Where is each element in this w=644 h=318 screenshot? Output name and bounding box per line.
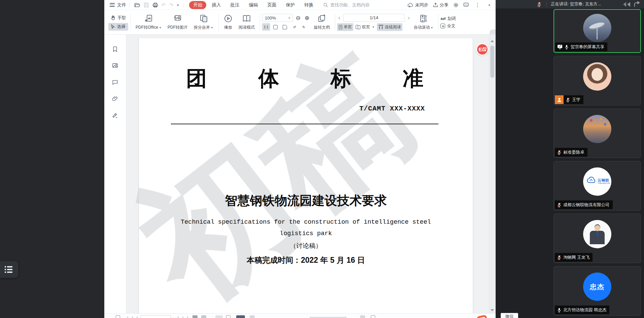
page-indicator-input[interactable]: 1/14 [343, 14, 405, 22]
continuous-read-button[interactable]: 连续阅读 [377, 23, 402, 31]
quick-access-more-icon[interactable]: ∨ [175, 3, 181, 7]
double-page-button[interactable]: 双页▼ [354, 23, 376, 31]
document-viewport[interactable]: 初稿 团体标准 T/CAMT XXX-XXXX 智慧钢铁物流园建设技术要求 Te… [126, 35, 489, 313]
menu-tab-转换[interactable]: 转换 [300, 1, 317, 9]
menu-tab-编辑[interactable]: 编辑 [245, 1, 262, 9]
previous-page-button[interactable]: ‹ [337, 15, 341, 21]
participant-label-row: 成都云钢联物流有限公司 [555, 200, 613, 209]
select-tool-button[interactable]: 选择 [108, 23, 128, 31]
comments-panel-button[interactable] [109, 76, 121, 88]
participant-tile[interactable]: 忠杰北方恒达物流园 韩忠杰 [553, 266, 641, 316]
status-icon[interactable] [201, 315, 206, 318]
bookmarks-panel-button[interactable] [109, 43, 121, 55]
scrollbar-thumb[interactable] [490, 45, 494, 78]
hand-tool-button[interactable]: 手型 [108, 14, 128, 22]
print-button[interactable] [151, 2, 160, 8]
share-button[interactable]: 分享 [433, 2, 449, 8]
cloud-sync-icon [407, 3, 414, 7]
file-menu-button[interactable]: 文件 [110, 2, 126, 8]
participant-name: 淘钢网 王龙飞 [563, 255, 589, 260]
draft-note: （讨论稿） [139, 242, 473, 250]
collapse-ribbon-icon[interactable]: ∧ [487, 3, 492, 7]
search-box[interactable]: 查找功能、文档内容 [323, 2, 369, 8]
next-page-button[interactable]: › [407, 15, 410, 21]
status-icon[interactable] [236, 315, 245, 318]
wps-pdf-floating-badge[interactable]: E [476, 43, 489, 56]
single-page-icon [339, 25, 342, 29]
participant-label-row: 北方恒达物流园 韩忠杰 [555, 306, 609, 314]
split-merge-button[interactable]: 拆分合并▼ [191, 12, 216, 33]
zoom-level-value: 100% [265, 15, 276, 21]
menu-tab-开始[interactable]: 开始 [189, 1, 206, 9]
rotate-document-icon [317, 14, 326, 23]
status-icon[interactable] [360, 315, 365, 318]
signature-panel-button[interactable] [109, 109, 121, 121]
book-icon [242, 14, 251, 23]
participant-tile[interactable]: 王宇 [553, 56, 641, 105]
menu-tabs: 开始插入批注编辑页面保护转换 [189, 1, 317, 9]
collapse-side-tab[interactable]: › [490, 30, 496, 35]
self-mic-muted-icon[interactable] [537, 2, 542, 7]
status-icon[interactable] [250, 315, 255, 318]
menu-tab-保护[interactable]: 保护 [282, 1, 299, 9]
hand-icon [111, 15, 115, 20]
menu-tab-页面[interactable]: 页面 [263, 1, 280, 9]
save-button[interactable] [142, 2, 151, 8]
standard-header: 团体标准 [186, 64, 424, 93]
scroll-down-icon[interactable] [491, 309, 494, 311]
read-mode-button[interactable]: 阅读模式 [236, 12, 258, 33]
status-page-icon[interactable] [116, 315, 120, 318]
pdf-page[interactable]: 初稿 团体标准 T/CAMT XXX-XXXX 智慧钢铁物流园建设技术要求 Te… [139, 38, 473, 313]
scroll-up-icon[interactable] [491, 40, 494, 42]
images-panel-button[interactable] [109, 60, 121, 71]
pdf-to-image-button[interactable]: PDF转图片 [165, 12, 191, 33]
meeting-nav-arrows[interactable] [622, 1, 641, 7]
menu-tab-批注[interactable]: 批注 [226, 1, 243, 9]
participant-tile[interactable]: 云钢联YUNGANGLIAN成都云钢联物流有限公司 [553, 161, 641, 211]
status-zoom-slider[interactable] [310, 317, 347, 318]
attachments-panel-button[interactable] [109, 93, 121, 104]
sync-status[interactable]: 未同步 [407, 2, 428, 8]
participant-tile[interactable]: 标准委陈卓 [553, 108, 641, 158]
actual-size-button[interactable]: 1:1 [262, 23, 270, 31]
pdf-badge-box-glyph [482, 47, 487, 51]
fit-width-button[interactable] [272, 23, 280, 31]
status-search-input[interactable] [141, 315, 171, 318]
status-icon[interactable] [371, 315, 375, 318]
zoom-level-select[interactable]: 100%∨ [262, 14, 293, 22]
undo-button[interactable]: ↶ [160, 2, 168, 8]
zoom-out-icon[interactable]: ⊖ [294, 14, 302, 21]
play-icon [224, 14, 232, 23]
rotate-left-button[interactable]: ↺ [290, 23, 298, 31]
rotate-right-button[interactable]: ↻ [300, 23, 308, 31]
pdf-to-office-button[interactable]: PDF转Office▼ [133, 12, 165, 33]
translate-word-button[interactable]: a⇄ 划词 [440, 16, 456, 22]
more-menu-icon[interactable]: ⋮ [473, 2, 482, 8]
divider [184, 2, 184, 8]
feedback-button[interactable] [463, 2, 469, 7]
participant-label-row: 标准委陈卓 [555, 148, 587, 157]
participant-tile[interactable]: 淘钢网 王龙飞 [553, 214, 641, 263]
status-icon[interactable] [215, 315, 223, 318]
menu-tab-插入[interactable]: 插入 [208, 1, 225, 9]
meeting-topbar: 正在讲话: 贺宗春; 京东方... [496, 0, 644, 8]
status-icon[interactable] [226, 315, 230, 318]
single-page-button[interactable]: 单页 [337, 23, 353, 31]
floating-list-button[interactable] [0, 261, 18, 278]
open-file-button[interactable] [133, 2, 142, 8]
redo-button[interactable]: ↷ [168, 2, 175, 8]
auto-scroll-button[interactable]: 自动滚动▼ [410, 12, 436, 33]
fit-page-button[interactable] [281, 23, 289, 31]
vertical-scrollbar[interactable] [489, 35, 496, 313]
settings-button[interactable] [453, 2, 459, 8]
participant-tile[interactable]: 贺宗春的屏幕共享 [553, 9, 641, 53]
rotate-document-button[interactable]: 旋转文档 [311, 12, 333, 33]
participant-name: 标准委陈卓 [563, 150, 584, 155]
split-merge-icon [199, 14, 208, 23]
participant-avatar: 忠杰 [583, 273, 611, 301]
play-button[interactable]: 播放 [221, 12, 236, 33]
rotate-document-label: 旋转文档 [314, 25, 330, 30]
translate-full-button[interactable]: a 全文 [440, 23, 456, 29]
status-icon[interactable] [192, 315, 198, 318]
zoom-in-icon[interactable]: ⊕ [303, 14, 311, 21]
